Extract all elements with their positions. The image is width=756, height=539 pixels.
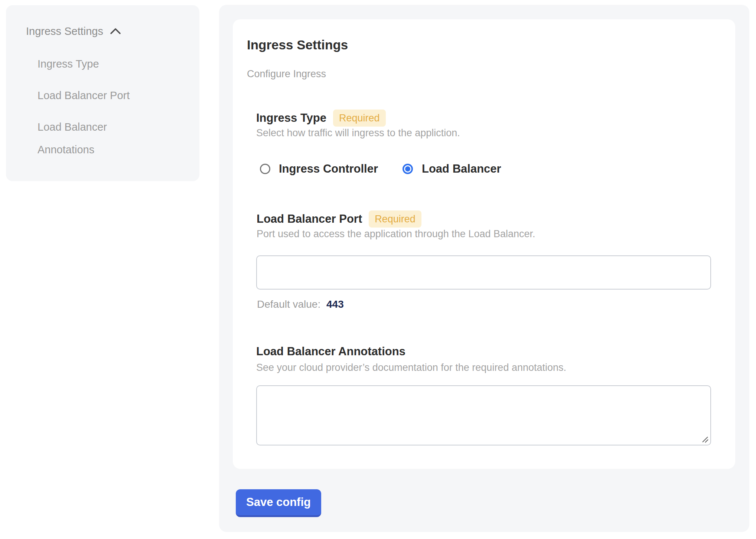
- sidebar-group-label: Ingress Settings: [26, 24, 103, 38]
- lb-port-description: Port used to access the application thro…: [257, 228, 535, 240]
- required-badge: Required: [333, 110, 386, 127]
- save-config-button[interactable]: Save config: [236, 489, 321, 517]
- lb-annotations-textarea[interactable]: [256, 385, 711, 445]
- ingress-type-description: Select how traffic will ingress to the a…: [256, 127, 460, 139]
- lb-annotations-description: See your cloud provider’s documentation …: [256, 361, 566, 374]
- lb-annotations-heading-row: Load Balancer Annotations: [256, 344, 405, 359]
- settings-sidebar: Ingress Settings Ingress Type Load Balan…: [6, 5, 199, 181]
- resize-grip-icon[interactable]: [701, 435, 709, 444]
- lb-port-default-line: Default value: 443: [257, 298, 344, 311]
- lb-annotations-heading: Load Balancer Annotations: [256, 344, 405, 359]
- radio-selected-dot-icon: [405, 166, 410, 172]
- ingress-type-heading-row: Ingress Type Required: [256, 110, 386, 127]
- page-title: Ingress Settings: [247, 37, 348, 53]
- ingress-type-radio-group: Ingress Controller Load Balancer: [260, 162, 501, 176]
- sidebar-item-load-balancer-port[interactable]: Load Balancer Port: [38, 84, 130, 107]
- default-value-label: Default value:: [257, 298, 320, 310]
- lb-port-input[interactable]: [256, 255, 711, 290]
- sidebar-item-ingress-type[interactable]: Ingress Type: [38, 53, 99, 75]
- radio-label-load-balancer[interactable]: Load Balancer: [422, 162, 501, 176]
- required-badge: Required: [369, 210, 421, 228]
- lb-port-heading-row: Load Balancer Port Required: [257, 210, 421, 228]
- default-value: 443: [326, 298, 344, 310]
- radio-label-ingress-controller[interactable]: Ingress Controller: [279, 162, 378, 176]
- ingress-settings-card: Ingress Settings Configure Ingress Ingre…: [233, 19, 735, 469]
- sidebar-item-load-balancer-annotations[interactable]: Load Balancer Annotations: [38, 116, 156, 161]
- main-panel: Ingress Settings Configure Ingress Ingre…: [219, 5, 749, 532]
- chevron-up-icon: [110, 28, 121, 35]
- ingress-type-heading: Ingress Type: [256, 111, 326, 125]
- lb-annotations-field-wrap: [256, 385, 711, 445]
- page-subtitle: Configure Ingress: [247, 68, 326, 80]
- sidebar-group-ingress-settings[interactable]: Ingress Settings: [26, 24, 121, 38]
- radio-load-balancer[interactable]: [403, 164, 413, 174]
- radio-ingress-controller[interactable]: [260, 164, 270, 174]
- lb-port-heading: Load Balancer Port: [257, 212, 362, 226]
